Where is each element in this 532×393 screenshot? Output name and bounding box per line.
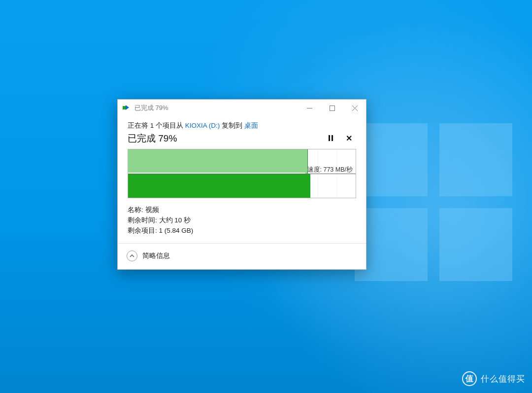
copy-mid: 复制到 bbox=[220, 122, 244, 129]
close-button[interactable] bbox=[343, 100, 366, 116]
detail-time: 剩余时间: 大约 10 秒 bbox=[128, 215, 356, 226]
window-title: 已完成 79% bbox=[134, 104, 168, 112]
svg-rect-1 bbox=[330, 106, 334, 110]
time-label: 剩余时间: bbox=[128, 216, 159, 224]
time-value: 大约 10 秒 bbox=[159, 216, 191, 224]
progress-row: 已完成 79% ✕ bbox=[128, 132, 356, 145]
transfer-details: 名称: 视频 剩余时间: 大约 10 秒 剩余项目: 1 (5.84 GB) bbox=[128, 205, 356, 236]
progress-controls: ✕ bbox=[325, 134, 356, 143]
file-copy-dialog: 已完成 79% 正在将 1 个项目从 KIOXIA (D:) 复制到 桌面 已完… bbox=[117, 99, 366, 270]
watermark-badge: 值 bbox=[462, 371, 477, 386]
progress-title: 已完成 79% bbox=[128, 132, 177, 145]
name-label: 名称: bbox=[128, 206, 145, 214]
pause-button[interactable] bbox=[325, 134, 333, 143]
detail-remaining: 剩余项目: 1 (5.84 GB) bbox=[128, 226, 356, 236]
copy-prefix: 正在将 1 个项目从 bbox=[128, 122, 185, 129]
pause-icon bbox=[329, 134, 330, 143]
copy-description: 正在将 1 个项目从 KIOXIA (D:) 复制到 桌面 bbox=[128, 121, 356, 130]
speed-chart[interactable]: 速度: 773 MB/秒 bbox=[128, 149, 356, 198]
name-value: 视频 bbox=[145, 206, 159, 214]
speed-label: 速度: 773 MB/秒 bbox=[307, 166, 353, 174]
dialog-footer: 简略信息 bbox=[118, 243, 366, 269]
remain-label: 剩余项目: bbox=[128, 227, 159, 234]
watermark: 值 什么值得买 bbox=[462, 371, 525, 386]
copy-app-icon bbox=[123, 105, 131, 111]
remain-value: 1 (5.84 GB) bbox=[159, 227, 194, 234]
window-buttons bbox=[298, 100, 366, 116]
chart-lower-fill bbox=[128, 174, 310, 198]
source-link[interactable]: KIOXIA (D:) bbox=[185, 122, 220, 129]
chevron-up-icon bbox=[130, 253, 134, 258]
titlebar[interactable]: 已完成 79% bbox=[118, 100, 366, 116]
watermark-text: 什么值得买 bbox=[481, 373, 525, 385]
minimize-button[interactable] bbox=[298, 100, 321, 116]
dest-link[interactable]: 桌面 bbox=[244, 122, 258, 129]
detail-name: 名称: 视频 bbox=[128, 205, 356, 215]
desktop-wallpaper: 已完成 79% 正在将 1 个项目从 KIOXIA (D:) 复制到 桌面 已完… bbox=[0, 0, 532, 393]
maximize-button[interactable] bbox=[321, 100, 343, 116]
windows-logo-icon bbox=[355, 123, 512, 281]
chart-upper-fill bbox=[128, 149, 308, 174]
toggle-details-button[interactable] bbox=[127, 250, 137, 261]
cancel-button[interactable]: ✕ bbox=[344, 134, 353, 143]
toggle-details-label[interactable]: 简略信息 bbox=[142, 251, 170, 260]
dialog-body: 正在将 1 个项目从 KIOXIA (D:) 复制到 桌面 已完成 79% ✕ … bbox=[118, 116, 366, 236]
